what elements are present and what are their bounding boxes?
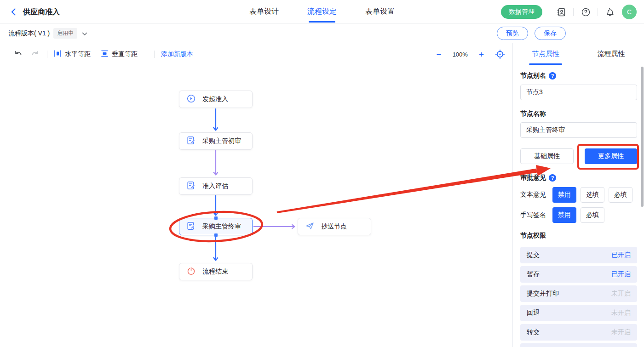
divider <box>47 51 47 58</box>
node-alias-label: 节点别名 ? <box>520 72 556 80</box>
help-icon[interactable] <box>580 6 591 17</box>
undo-icon[interactable] <box>13 49 24 60</box>
vertical-distribute-button[interactable]: 垂直等距 <box>101 50 138 59</box>
text-opinion-disable-button[interactable]: 禁用 <box>552 187 576 203</box>
avatar[interactable]: C <box>622 5 637 19</box>
node-alias-input[interactable] <box>520 85 637 100</box>
node-permission-label: 节点权限 <box>520 232 546 240</box>
play-circle-icon <box>187 94 196 105</box>
page-title: 供应商准入 <box>23 7 60 19</box>
power-icon <box>187 267 196 277</box>
perm-row-transfer[interactable]: 转交 未开启 <box>520 324 637 341</box>
add-version-link[interactable]: 添加新版本 <box>161 50 193 58</box>
redo-icon[interactable] <box>29 49 40 60</box>
canvas-toolbar: 水平等距 垂直等距 添加新版本 − 100% + <box>0 43 512 65</box>
tab-node-properties[interactable]: 节点属性 <box>513 43 579 65</box>
preview-button[interactable]: 预览 <box>497 27 528 40</box>
flow-node-final-review[interactable]: 采购主管终审 <box>179 218 253 235</box>
status-badge: 已开启 <box>611 251 631 259</box>
save-button[interactable]: 保存 <box>535 27 566 40</box>
connector-handle[interactable] <box>214 233 218 237</box>
back-icon[interactable] <box>8 6 19 17</box>
perm-row-save-draft[interactable]: 暂存 已开启 <box>520 266 637 283</box>
version-label: 流程版本( V1 ) <box>8 29 50 38</box>
chevron-down-icon[interactable] <box>82 29 87 38</box>
tab-flow-setting[interactable]: 流程设定 <box>307 0 337 24</box>
node-name-input[interactable] <box>520 122 637 138</box>
zoom-out-button[interactable]: − <box>437 50 442 59</box>
basic-properties-button[interactable]: 基础属性 <box>520 148 574 164</box>
perm-row-submit[interactable]: 提交 已开启 <box>520 247 637 263</box>
top-header: 供应商准入 表单设计 流程设定 表单设置 数据管理 <box>0 0 644 24</box>
v-distribute-icon <box>101 50 109 59</box>
divider <box>598 8 598 16</box>
more-properties-button[interactable]: 更多属性 <box>585 148 637 164</box>
perm-row-submit-print[interactable]: 提交并打印 未开启 <box>520 285 637 302</box>
tab-flow-properties[interactable]: 流程属性 <box>579 43 644 65</box>
signature-row: 手写签名 禁用 必填 <box>520 207 637 223</box>
flow-node-first-review[interactable]: 采购主管初审 <box>179 132 253 150</box>
version-bar: 流程版本( V1 ) 启用中 预览 保存 <box>0 24 644 43</box>
text-opinion-optional-button[interactable]: 选填 <box>581 187 604 203</box>
flow-node-evaluation[interactable]: 准入评估 <box>179 177 253 195</box>
approval-opinion-label: 审批意见 ? <box>520 174 556 182</box>
doc-edit-icon <box>187 222 196 232</box>
node-name-label: 节点名称 <box>520 110 546 118</box>
status-badge: 未开启 <box>611 290 631 298</box>
signature-disable-button[interactable]: 禁用 <box>552 207 576 223</box>
text-opinion-label: 文本意见 <box>520 191 552 199</box>
status-badge: 启用中 <box>53 28 77 39</box>
text-opinion-required-button[interactable]: 必填 <box>609 187 632 203</box>
paper-plane-icon <box>305 222 314 232</box>
connector-handle[interactable] <box>214 216 218 220</box>
perm-row-partial[interactable] <box>520 343 637 347</box>
divider <box>154 51 155 58</box>
header-tabs: 表单设计 流程设定 表单设置 <box>249 0 395 24</box>
divider <box>573 8 574 16</box>
tab-form-design[interactable]: 表单设计 <box>249 0 279 24</box>
text-opinion-row: 文本意见 禁用 选填 必填 <box>520 187 637 203</box>
divider <box>549 8 549 16</box>
panel-scrollbar[interactable] <box>641 67 644 207</box>
doc-edit-icon <box>187 181 196 192</box>
data-manage-button[interactable]: 数据管理 <box>501 5 542 19</box>
tab-form-setting[interactable]: 表单设置 <box>365 0 395 24</box>
contacts-book-icon[interactable] <box>556 6 567 17</box>
locate-icon[interactable] <box>495 49 505 59</box>
zoom-in-button[interactable]: + <box>479 50 484 59</box>
h-distribute-icon <box>54 50 62 59</box>
bell-icon[interactable] <box>604 6 615 17</box>
doc-edit-icon <box>187 136 196 147</box>
signature-label: 手写签名 <box>520 211 552 219</box>
properties-panel: 节点属性 流程属性 节点别名 ? 节点名称 基础属性 更多属性 审批意见 ? 文… <box>512 43 644 347</box>
status-badge: 已开启 <box>611 270 631 279</box>
signature-required-button[interactable]: 必填 <box>581 207 604 223</box>
flow-node-end[interactable]: 流程结束 <box>179 263 253 280</box>
horizontal-distribute-button[interactable]: 水平等距 <box>54 50 91 59</box>
flow-node-start[interactable]: 发起准入 <box>179 91 253 108</box>
zoom-level: 100% <box>453 51 468 58</box>
status-badge: 未开启 <box>611 328 631 336</box>
help-circle-icon[interactable]: ? <box>549 72 556 80</box>
flow-canvas[interactable]: 水平等距 垂直等距 添加新版本 − 100% + <box>0 43 512 347</box>
help-circle-icon[interactable]: ? <box>549 174 556 182</box>
status-badge: 未开启 <box>611 309 631 317</box>
perm-row-rollback[interactable]: 回退 未开启 <box>520 305 637 321</box>
flow-node-cc[interactable]: 抄送节点 <box>298 218 371 235</box>
